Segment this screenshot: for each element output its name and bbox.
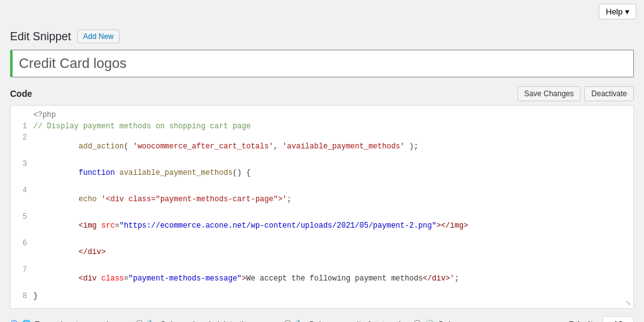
save-changes-button[interactable]: Save Changes [518, 86, 581, 101]
help-chevron-icon: ▾ [625, 7, 630, 16]
run-once-icon: 🕐 [425, 319, 435, 322]
run-frontend-icon: 🔧 [295, 319, 305, 322]
code-line: 2 add_action( 'woocommerce_after_cart_to… [11, 133, 633, 160]
run-everywhere-option[interactable]: 🌐 Run snippet everywhere [10, 319, 123, 322]
priority-label: Priority [569, 319, 597, 322]
page-content: Edit Snippet Add New Code Save Changes D… [0, 23, 644, 322]
code-line: 4 echo '<div class="payment-methods-cart… [11, 186, 633, 213]
code-line: <?php [11, 111, 633, 122]
run-admin-label: Only run in administration area [160, 319, 271, 322]
code-line: 6 </div> [11, 239, 633, 265]
code-line: 8 } [11, 292, 633, 303]
run-everywhere-icon: 🌐 [21, 319, 31, 322]
code-section-header: Code Save Changes Deactivate [10, 86, 634, 101]
page-title: Edit Snippet [10, 30, 71, 43]
deactivate-button[interactable]: Deactivate [584, 86, 634, 101]
help-button[interactable]: Help ▾ [599, 4, 636, 19]
run-everywhere-label: Run snippet everywhere [35, 319, 123, 322]
run-admin-option[interactable]: 🔧 Only run in administration area [135, 319, 271, 322]
code-line: 7 <div class="payment-methods-message">W… [11, 265, 633, 292]
code-actions: Save Changes Deactivate [518, 86, 634, 101]
add-new-button[interactable]: Add New [77, 30, 119, 43]
run-once-label: Only run once [438, 319, 489, 322]
run-admin-icon: 🔧 [147, 319, 157, 322]
run-frontend-label: Only run on site front-end [308, 319, 401, 322]
run-once-option[interactable]: 🕐 Only run once [413, 319, 489, 322]
code-line: 3 function available_payment_methods() { [11, 160, 633, 186]
top-bar: Help ▾ [0, 0, 644, 23]
run-frontend-option[interactable]: 🔧 Only run on site front-end [284, 319, 401, 322]
priority-section: Priority [569, 316, 634, 322]
code-editor[interactable]: <?php 1 // Display payment methods on sh… [10, 105, 634, 309]
page-header: Edit Snippet Add New [10, 30, 634, 43]
snippet-name-input[interactable] [10, 50, 634, 77]
code-line: 5 <img src="https://ecommerce.acone.net/… [11, 213, 633, 239]
resize-handle-icon: ⤡ [626, 299, 631, 307]
code-line: 1 // Display payment methods on shopping… [11, 122, 633, 133]
code-section-label: Code [10, 89, 32, 99]
help-label: Help [606, 7, 623, 16]
code-lines: <?php 1 // Display payment methods on sh… [11, 111, 633, 303]
priority-input[interactable] [602, 316, 634, 322]
run-options: 🌐 Run snippet everywhere 🔧 Only run in a… [10, 309, 634, 322]
